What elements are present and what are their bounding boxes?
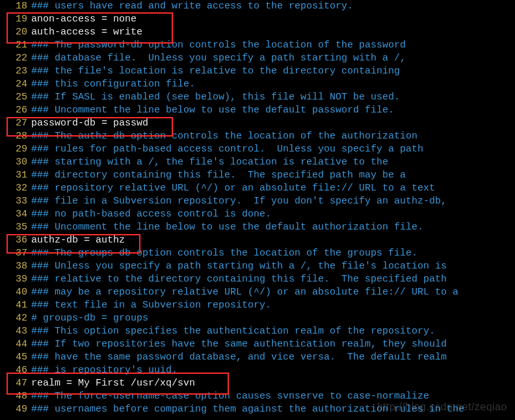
code-line[interactable]: 31### directory containing this file. Th… bbox=[0, 169, 515, 182]
line-number: 35 bbox=[0, 221, 31, 234]
line-text: ### The groups-db option controls the lo… bbox=[31, 247, 515, 260]
line-text: ### Uncomment the line below to use the … bbox=[31, 221, 515, 234]
code-line[interactable]: 49### usernames before comparing them ag… bbox=[0, 403, 515, 416]
code-line[interactable]: 26### Uncomment the line below to use th… bbox=[0, 104, 515, 117]
line-number: 48 bbox=[0, 390, 31, 403]
line-number: 49 bbox=[0, 403, 31, 416]
code-line[interactable]: 25### If SASL is enabled (see below), th… bbox=[0, 91, 515, 104]
line-text: ### Uncomment the line below to use the … bbox=[31, 104, 515, 117]
code-line[interactable]: 45### have the same password database, a… bbox=[0, 351, 515, 364]
line-number: 44 bbox=[0, 338, 31, 351]
line-text: ### file in a Subversion repository. If … bbox=[31, 195, 515, 208]
code-line[interactable]: 35### Uncomment the line below to use th… bbox=[0, 221, 515, 234]
line-number: 18 bbox=[0, 0, 31, 13]
line-number: 34 bbox=[0, 208, 31, 221]
code-line[interactable]: 29### rules for path-based access contro… bbox=[0, 143, 515, 156]
line-number: 41 bbox=[0, 299, 31, 312]
line-number: 36 bbox=[0, 234, 31, 247]
line-text: password-db = passwd bbox=[31, 117, 515, 130]
line-text: ### is repository's uuid. bbox=[31, 364, 515, 377]
line-text: realm = My First /usr/xq/svn bbox=[31, 377, 515, 390]
code-line[interactable]: 33### file in a Subversion repository. I… bbox=[0, 195, 515, 208]
code-line[interactable]: 36authz-db = authz bbox=[0, 234, 515, 247]
line-number: 39 bbox=[0, 273, 31, 286]
line-text: ### text file in a Subversion repository… bbox=[31, 299, 515, 312]
line-text: ### The force-username-case option cause… bbox=[31, 390, 515, 403]
line-text: auth-access = write bbox=[31, 26, 515, 39]
line-text: ### If two repositories have the same au… bbox=[31, 338, 515, 351]
line-number: 42 bbox=[0, 312, 31, 325]
line-text: ### The password-db option controls the … bbox=[31, 39, 515, 52]
line-number: 37 bbox=[0, 247, 31, 260]
line-text: ### database file. Unless you specify a … bbox=[31, 52, 515, 65]
line-number: 22 bbox=[0, 52, 31, 65]
line-text: ### no path-based access control is done… bbox=[31, 208, 515, 221]
line-text: ### may be a repository relative URL (^/… bbox=[31, 286, 515, 299]
code-line[interactable]: 44### If two repositories have the same … bbox=[0, 338, 515, 351]
line-text: ### Unless you specify a path starting w… bbox=[31, 260, 515, 273]
line-text: ### the file's location is relative to t… bbox=[31, 65, 515, 78]
line-number: 43 bbox=[0, 325, 31, 338]
code-line[interactable]: 18### users have read and write access t… bbox=[0, 0, 515, 13]
line-text: # groups-db = groups bbox=[31, 312, 515, 325]
line-text: ### usernames before comparing them agai… bbox=[31, 403, 515, 416]
code-line[interactable]: 24### this configuration file. bbox=[0, 78, 515, 91]
code-line[interactable]: 39### relative to the directory containi… bbox=[0, 273, 515, 286]
line-number: 47 bbox=[0, 377, 31, 390]
line-text: ### starting with a /, the file's locati… bbox=[31, 156, 515, 169]
code-line[interactable]: 37### The groups-db option controls the … bbox=[0, 247, 515, 260]
code-line[interactable]: 23### the file's location is relative to… bbox=[0, 65, 515, 78]
line-number: 45 bbox=[0, 351, 31, 364]
line-number: 23 bbox=[0, 65, 31, 78]
line-number: 40 bbox=[0, 286, 31, 299]
line-text: ### have the same password database, and… bbox=[31, 351, 515, 364]
line-text: authz-db = authz bbox=[31, 234, 515, 247]
code-line[interactable]: 41### text file in a Subversion reposito… bbox=[0, 299, 515, 312]
line-number: 27 bbox=[0, 117, 31, 130]
line-number: 28 bbox=[0, 130, 31, 143]
line-number: 20 bbox=[0, 26, 31, 39]
code-line[interactable]: 40### may be a repository relative URL (… bbox=[0, 286, 515, 299]
line-text: anon-access = none bbox=[31, 13, 515, 26]
code-line[interactable]: 21### The password-db option controls th… bbox=[0, 39, 515, 52]
line-number: 30 bbox=[0, 156, 31, 169]
line-text: ### directory containing this file. The … bbox=[31, 169, 515, 182]
line-number: 38 bbox=[0, 260, 31, 273]
line-text: ### repository relative URL (^/) or an a… bbox=[31, 182, 515, 195]
line-number: 19 bbox=[0, 13, 31, 26]
code-line[interactable]: 47realm = My First /usr/xq/svn bbox=[0, 377, 515, 390]
line-text: ### rules for path-based access control.… bbox=[31, 143, 515, 156]
code-line[interactable]: 27password-db = passwd bbox=[0, 117, 515, 130]
code-line[interactable]: 42# groups-db = groups bbox=[0, 312, 515, 325]
code-line[interactable]: 22### database file. Unless you specify … bbox=[0, 52, 515, 65]
line-number: 24 bbox=[0, 78, 31, 91]
code-line[interactable]: 32### repository relative URL (^/) or an… bbox=[0, 182, 515, 195]
line-text: ### users have read and write access to … bbox=[31, 0, 515, 13]
line-number: 33 bbox=[0, 195, 31, 208]
code-line[interactable]: 46### is repository's uuid. bbox=[0, 364, 515, 377]
line-number: 32 bbox=[0, 182, 31, 195]
line-text: ### relative to the directory containing… bbox=[31, 273, 515, 286]
code-line[interactable]: 28### The authz-db option controls the l… bbox=[0, 130, 515, 143]
code-line[interactable]: 20auth-access = write bbox=[0, 26, 515, 39]
line-number: 25 bbox=[0, 91, 31, 104]
line-number: 29 bbox=[0, 143, 31, 156]
code-line[interactable]: 48### The force-username-case option cau… bbox=[0, 390, 515, 403]
code-line[interactable]: 34### no path-based access control is do… bbox=[0, 208, 515, 221]
code-editor[interactable]: 18### users have read and write access t… bbox=[0, 0, 515, 416]
code-line[interactable]: 43### This option specifies the authenti… bbox=[0, 325, 515, 338]
code-line[interactable]: 19anon-access = none bbox=[0, 13, 515, 26]
line-text: ### this configuration file. bbox=[31, 78, 515, 91]
code-line[interactable]: 30### starting with a /, the file's loca… bbox=[0, 156, 515, 169]
line-text: ### If SASL is enabled (see below), this… bbox=[31, 91, 515, 104]
line-text: ### The authz-db option controls the loc… bbox=[31, 130, 515, 143]
line-number: 26 bbox=[0, 104, 31, 117]
line-number: 31 bbox=[0, 169, 31, 182]
line-text: ### This option specifies the authentica… bbox=[31, 325, 515, 338]
line-number: 46 bbox=[0, 364, 31, 377]
line-number: 21 bbox=[0, 39, 31, 52]
code-line[interactable]: 38### Unless you specify a path starting… bbox=[0, 260, 515, 273]
